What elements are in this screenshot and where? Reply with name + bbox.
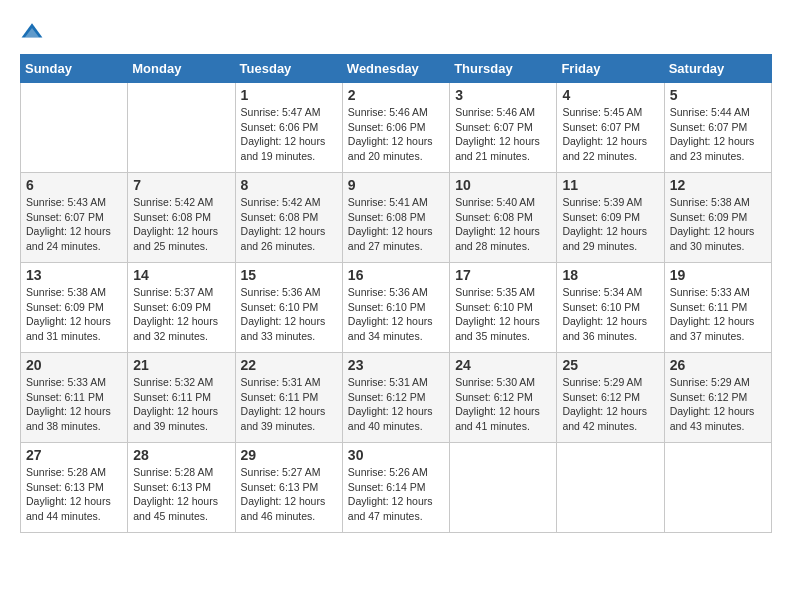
calendar-cell: 13Sunrise: 5:38 AM Sunset: 6:09 PM Dayli…: [21, 263, 128, 353]
calendar-cell: 19Sunrise: 5:33 AM Sunset: 6:11 PM Dayli…: [664, 263, 771, 353]
calendar-cell: [664, 443, 771, 533]
header-day-friday: Friday: [557, 55, 664, 83]
calendar-cell: 5Sunrise: 5:44 AM Sunset: 6:07 PM Daylig…: [664, 83, 771, 173]
day-info: Sunrise: 5:41 AM Sunset: 6:08 PM Dayligh…: [348, 195, 444, 254]
day-number: 7: [133, 177, 229, 193]
day-info: Sunrise: 5:46 AM Sunset: 6:06 PM Dayligh…: [348, 105, 444, 164]
day-number: 9: [348, 177, 444, 193]
day-info: Sunrise: 5:33 AM Sunset: 6:11 PM Dayligh…: [670, 285, 766, 344]
day-number: 8: [241, 177, 337, 193]
day-info: Sunrise: 5:38 AM Sunset: 6:09 PM Dayligh…: [670, 195, 766, 254]
day-number: 19: [670, 267, 766, 283]
calendar-cell: [557, 443, 664, 533]
day-info: Sunrise: 5:45 AM Sunset: 6:07 PM Dayligh…: [562, 105, 658, 164]
day-info: Sunrise: 5:30 AM Sunset: 6:12 PM Dayligh…: [455, 375, 551, 434]
day-number: 3: [455, 87, 551, 103]
day-number: 18: [562, 267, 658, 283]
calendar-cell: 28Sunrise: 5:28 AM Sunset: 6:13 PM Dayli…: [128, 443, 235, 533]
day-info: Sunrise: 5:31 AM Sunset: 6:11 PM Dayligh…: [241, 375, 337, 434]
calendar-week-row: 13Sunrise: 5:38 AM Sunset: 6:09 PM Dayli…: [21, 263, 772, 353]
header-day-wednesday: Wednesday: [342, 55, 449, 83]
calendar-cell: [21, 83, 128, 173]
calendar-cell: 10Sunrise: 5:40 AM Sunset: 6:08 PM Dayli…: [450, 173, 557, 263]
calendar-cell: 23Sunrise: 5:31 AM Sunset: 6:12 PM Dayli…: [342, 353, 449, 443]
calendar-week-row: 1Sunrise: 5:47 AM Sunset: 6:06 PM Daylig…: [21, 83, 772, 173]
day-number: 24: [455, 357, 551, 373]
header-day-monday: Monday: [128, 55, 235, 83]
calendar-cell: 14Sunrise: 5:37 AM Sunset: 6:09 PM Dayli…: [128, 263, 235, 353]
day-info: Sunrise: 5:37 AM Sunset: 6:09 PM Dayligh…: [133, 285, 229, 344]
calendar-cell: 16Sunrise: 5:36 AM Sunset: 6:10 PM Dayli…: [342, 263, 449, 353]
day-number: 28: [133, 447, 229, 463]
day-info: Sunrise: 5:35 AM Sunset: 6:10 PM Dayligh…: [455, 285, 551, 344]
calendar-week-row: 27Sunrise: 5:28 AM Sunset: 6:13 PM Dayli…: [21, 443, 772, 533]
day-number: 11: [562, 177, 658, 193]
day-info: Sunrise: 5:29 AM Sunset: 6:12 PM Dayligh…: [562, 375, 658, 434]
day-number: 23: [348, 357, 444, 373]
day-number: 16: [348, 267, 444, 283]
header-day-saturday: Saturday: [664, 55, 771, 83]
day-number: 27: [26, 447, 122, 463]
day-number: 5: [670, 87, 766, 103]
day-number: 6: [26, 177, 122, 193]
day-number: 29: [241, 447, 337, 463]
calendar-cell: 17Sunrise: 5:35 AM Sunset: 6:10 PM Dayli…: [450, 263, 557, 353]
calendar-cell: 29Sunrise: 5:27 AM Sunset: 6:13 PM Dayli…: [235, 443, 342, 533]
calendar-cell: 15Sunrise: 5:36 AM Sunset: 6:10 PM Dayli…: [235, 263, 342, 353]
day-info: Sunrise: 5:33 AM Sunset: 6:11 PM Dayligh…: [26, 375, 122, 434]
day-info: Sunrise: 5:40 AM Sunset: 6:08 PM Dayligh…: [455, 195, 551, 254]
day-number: 4: [562, 87, 658, 103]
calendar-cell: 18Sunrise: 5:34 AM Sunset: 6:10 PM Dayli…: [557, 263, 664, 353]
calendar-cell: [450, 443, 557, 533]
day-number: 13: [26, 267, 122, 283]
calendar-cell: 7Sunrise: 5:42 AM Sunset: 6:08 PM Daylig…: [128, 173, 235, 263]
day-info: Sunrise: 5:39 AM Sunset: 6:09 PM Dayligh…: [562, 195, 658, 254]
day-info: Sunrise: 5:42 AM Sunset: 6:08 PM Dayligh…: [241, 195, 337, 254]
day-info: Sunrise: 5:44 AM Sunset: 6:07 PM Dayligh…: [670, 105, 766, 164]
day-info: Sunrise: 5:32 AM Sunset: 6:11 PM Dayligh…: [133, 375, 229, 434]
day-info: Sunrise: 5:26 AM Sunset: 6:14 PM Dayligh…: [348, 465, 444, 524]
calendar-cell: [128, 83, 235, 173]
calendar-cell: 4Sunrise: 5:45 AM Sunset: 6:07 PM Daylig…: [557, 83, 664, 173]
calendar-cell: 21Sunrise: 5:32 AM Sunset: 6:11 PM Dayli…: [128, 353, 235, 443]
calendar-cell: 8Sunrise: 5:42 AM Sunset: 6:08 PM Daylig…: [235, 173, 342, 263]
calendar-cell: 24Sunrise: 5:30 AM Sunset: 6:12 PM Dayli…: [450, 353, 557, 443]
day-number: 25: [562, 357, 658, 373]
calendar-week-row: 20Sunrise: 5:33 AM Sunset: 6:11 PM Dayli…: [21, 353, 772, 443]
calendar-cell: 11Sunrise: 5:39 AM Sunset: 6:09 PM Dayli…: [557, 173, 664, 263]
day-number: 14: [133, 267, 229, 283]
day-info: Sunrise: 5:38 AM Sunset: 6:09 PM Dayligh…: [26, 285, 122, 344]
day-number: 15: [241, 267, 337, 283]
day-number: 22: [241, 357, 337, 373]
day-number: 26: [670, 357, 766, 373]
calendar-cell: 25Sunrise: 5:29 AM Sunset: 6:12 PM Dayli…: [557, 353, 664, 443]
header-day-thursday: Thursday: [450, 55, 557, 83]
day-number: 21: [133, 357, 229, 373]
logo-icon: [20, 20, 44, 44]
page-header: [20, 20, 772, 44]
day-number: 12: [670, 177, 766, 193]
day-number: 30: [348, 447, 444, 463]
day-info: Sunrise: 5:47 AM Sunset: 6:06 PM Dayligh…: [241, 105, 337, 164]
day-number: 17: [455, 267, 551, 283]
header-day-tuesday: Tuesday: [235, 55, 342, 83]
calendar-cell: 12Sunrise: 5:38 AM Sunset: 6:09 PM Dayli…: [664, 173, 771, 263]
day-info: Sunrise: 5:34 AM Sunset: 6:10 PM Dayligh…: [562, 285, 658, 344]
day-info: Sunrise: 5:43 AM Sunset: 6:07 PM Dayligh…: [26, 195, 122, 254]
calendar-cell: 6Sunrise: 5:43 AM Sunset: 6:07 PM Daylig…: [21, 173, 128, 263]
day-info: Sunrise: 5:31 AM Sunset: 6:12 PM Dayligh…: [348, 375, 444, 434]
calendar-cell: 1Sunrise: 5:47 AM Sunset: 6:06 PM Daylig…: [235, 83, 342, 173]
calendar-week-row: 6Sunrise: 5:43 AM Sunset: 6:07 PM Daylig…: [21, 173, 772, 263]
calendar-header-row: SundayMondayTuesdayWednesdayThursdayFrid…: [21, 55, 772, 83]
calendar-cell: 3Sunrise: 5:46 AM Sunset: 6:07 PM Daylig…: [450, 83, 557, 173]
calendar-cell: 30Sunrise: 5:26 AM Sunset: 6:14 PM Dayli…: [342, 443, 449, 533]
calendar-cell: 27Sunrise: 5:28 AM Sunset: 6:13 PM Dayli…: [21, 443, 128, 533]
calendar-cell: 26Sunrise: 5:29 AM Sunset: 6:12 PM Dayli…: [664, 353, 771, 443]
day-info: Sunrise: 5:36 AM Sunset: 6:10 PM Dayligh…: [241, 285, 337, 344]
calendar-cell: 2Sunrise: 5:46 AM Sunset: 6:06 PM Daylig…: [342, 83, 449, 173]
day-number: 10: [455, 177, 551, 193]
calendar-cell: 20Sunrise: 5:33 AM Sunset: 6:11 PM Dayli…: [21, 353, 128, 443]
day-info: Sunrise: 5:27 AM Sunset: 6:13 PM Dayligh…: [241, 465, 337, 524]
logo: [20, 20, 48, 44]
day-info: Sunrise: 5:28 AM Sunset: 6:13 PM Dayligh…: [26, 465, 122, 524]
